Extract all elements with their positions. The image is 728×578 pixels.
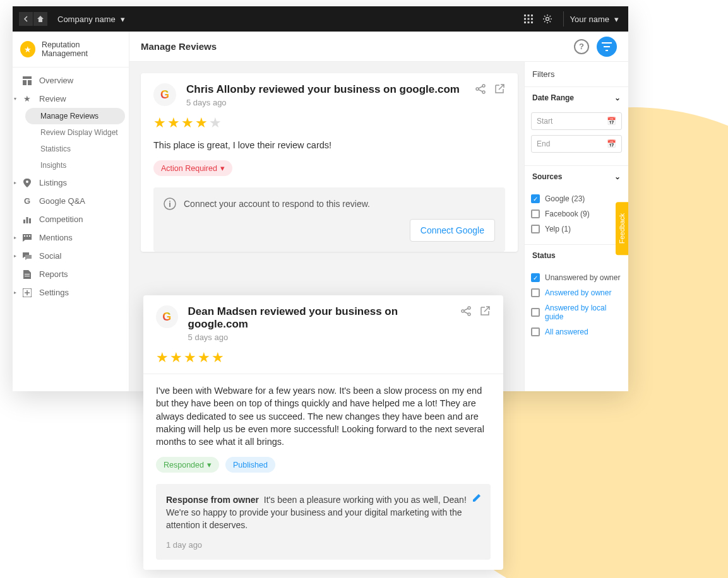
apps-icon[interactable]	[519, 9, 538, 28]
action-required-badge[interactable]: Action Required▾	[153, 160, 232, 176]
brand: ★ Reputation Management	[13, 32, 129, 68]
svg-rect-27	[169, 203, 170, 207]
home-button[interactable]	[33, 12, 47, 26]
chevron-down-icon: ⌄	[614, 93, 621, 102]
share-icon[interactable]	[460, 305, 472, 317]
caret-icon: ▸	[14, 235, 16, 240]
filter-section-sources[interactable]: Sources⌄	[525, 166, 628, 187]
svg-point-30	[468, 313, 470, 316]
filters-title: Filters	[525, 62, 628, 86]
review-text: This place is great, I love their review…	[141, 139, 518, 160]
responded-badge[interactable]: Responded▾	[156, 457, 219, 473]
section-label: Date Range	[532, 93, 574, 102]
back-button[interactable]	[19, 12, 33, 26]
settings-icon	[21, 288, 33, 297]
sidebar-sub-manage-reviews[interactable]: Manage Reviews	[25, 108, 125, 124]
date-start-input[interactable]: Start📅	[531, 112, 622, 130]
google-avatar-icon: G	[153, 83, 176, 106]
forum-icon	[21, 252, 33, 260]
svg-rect-20	[25, 276, 30, 276]
filter-section-date[interactable]: Date Range⌄	[525, 87, 628, 109]
date-end-input[interactable]: End📅	[531, 135, 622, 153]
star-rating: ★★★★★	[141, 112, 518, 139]
caret-icon: ▸	[14, 290, 16, 295]
checkbox-label: Google (23)	[545, 194, 585, 203]
topbar: Company name ▾ Your name ▾	[13, 6, 628, 32]
chevron-down-icon: ▾	[220, 163, 225, 173]
status-checkbox[interactable]: Answered by local guide	[531, 300, 622, 324]
help-button[interactable]: ?	[574, 39, 589, 54]
svg-rect-2	[531, 15, 533, 16]
brand-text: Reputation Management	[42, 40, 121, 58]
review-time: 5 days ago	[188, 333, 450, 342]
sidebar-item-competition[interactable]: Competition	[13, 210, 129, 228]
user-menu[interactable]: Your name ▾	[570, 15, 622, 24]
nav: Overview ▾★Review Manage Reviews Review …	[13, 68, 129, 302]
sidebar-item-mentions[interactable]: ▸Mentions	[13, 228, 129, 247]
edit-icon[interactable]	[472, 493, 482, 503]
source-checkbox[interactable]: ✓Google (23)	[531, 191, 622, 206]
svg-rect-18	[29, 235, 30, 237]
svg-rect-1	[527, 15, 529, 16]
svg-rect-3	[524, 18, 526, 20]
sidebar-item-review[interactable]: ▾★Review	[13, 90, 129, 108]
company-selector[interactable]: Company name ▾	[57, 15, 125, 24]
svg-rect-19	[25, 274, 30, 274]
section-label: Sources	[532, 172, 562, 181]
gear-icon[interactable]	[538, 9, 557, 28]
page-title: Manage Reviews	[141, 41, 217, 52]
sidebar-sub-insights[interactable]: Insights	[13, 157, 129, 174]
sidebar-sub-display-widget[interactable]: Review Display Widget	[13, 124, 129, 141]
svg-rect-0	[524, 15, 526, 16]
google-icon: G	[21, 196, 33, 206]
filter-toggle-button[interactable]	[597, 37, 617, 57]
review-text: I've been with Webware for a few years n…	[143, 374, 503, 457]
caret-icon: ▾	[14, 96, 16, 102]
calendar-icon: 📅	[607, 117, 616, 126]
calendar-icon: 📅	[607, 139, 616, 148]
status-checkbox[interactable]: ✓Unanswered by owner	[531, 270, 622, 285]
status-checkbox[interactable]: Answered by owner	[531, 285, 622, 300]
filter-section-status[interactable]: Status	[525, 245, 628, 266]
open-external-icon[interactable]	[494, 83, 505, 95]
sidebar-item-google-qa[interactable]: GGoogle Q&A	[13, 192, 129, 210]
checkbox-icon	[531, 308, 540, 317]
checkbox-icon	[531, 225, 540, 233]
svg-rect-4	[527, 18, 529, 20]
open-external-icon[interactable]	[479, 305, 491, 317]
badge-label: Published	[233, 461, 268, 469]
share-icon[interactable]	[475, 83, 486, 95]
sidebar-item-social[interactable]: ▸Social	[13, 247, 129, 265]
pin-icon	[21, 179, 33, 187]
svg-rect-13	[23, 220, 25, 223]
svg-point-28	[468, 307, 470, 309]
sidebar-item-settings[interactable]: ▸Settings	[13, 283, 129, 302]
sidebar-sub-statistics[interactable]: Statistics	[13, 141, 129, 157]
filters-panel: Filters Date Range⌄ Start📅 End📅 Sources⌄…	[524, 62, 628, 391]
svg-rect-17	[27, 235, 28, 237]
review-title: Chris Allonby reviewed your business on …	[186, 83, 460, 96]
chevron-down-icon: ▾	[614, 15, 619, 24]
feedback-tab[interactable]: Feedback	[616, 202, 628, 255]
svg-rect-6	[524, 21, 526, 23]
svg-rect-8	[531, 21, 533, 23]
checkbox-icon	[531, 209, 540, 218]
svg-rect-10	[23, 76, 32, 79]
svg-point-26	[169, 201, 170, 202]
sidebar: ★ Reputation Management Overview ▾★Revie…	[13, 32, 129, 391]
owner-response: Response from owner It's been a pleasure…	[156, 484, 491, 560]
review-card: G Dean Madsen reviewed your business on …	[143, 295, 503, 570]
sidebar-item-overview[interactable]: Overview	[13, 71, 129, 90]
sidebar-item-listings[interactable]: ▸Listings	[13, 174, 129, 192]
star-rating: ★★★★★	[143, 347, 503, 374]
svg-point-22	[482, 85, 485, 87]
svg-rect-16	[24, 235, 25, 237]
connect-google-button[interactable]: Connect Google	[410, 219, 495, 242]
chevron-down-icon: ⌄	[614, 172, 621, 181]
sidebar-item-reports[interactable]: Reports	[13, 265, 129, 283]
status-checkbox[interactable]: All answered	[531, 324, 622, 339]
published-badge[interactable]: Published	[225, 457, 275, 473]
source-checkbox[interactable]: Facebook (9)	[531, 206, 622, 221]
source-checkbox[interactable]: Yelp (1)	[531, 221, 622, 237]
svg-rect-12	[28, 80, 32, 85]
